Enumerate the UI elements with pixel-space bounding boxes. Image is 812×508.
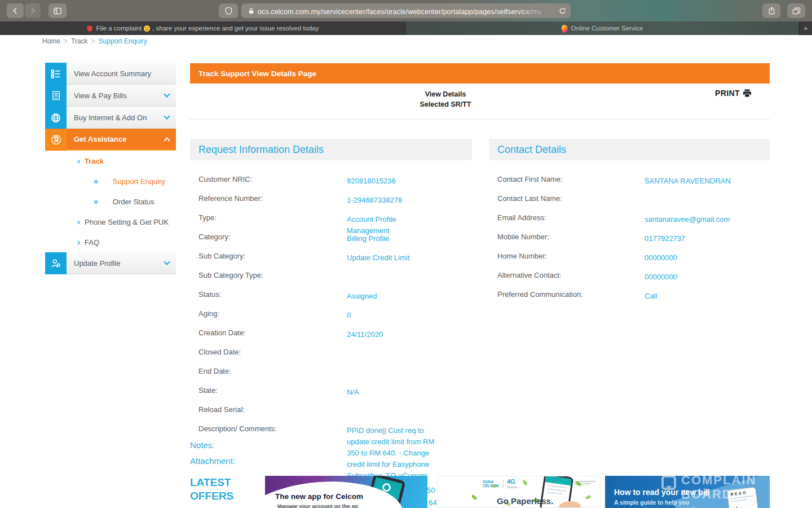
print-button[interactable]: PRINT: [715, 89, 752, 98]
breadcrumb-support-enquiry[interactable]: Support Enquiry: [99, 37, 147, 45]
contact-panel: Contact Details Contact First Name: SANT…: [489, 139, 770, 309]
field-label: Email Address:: [497, 213, 546, 222]
sidebar-item-view-pay-bills[interactable]: View & Pay Bills: [45, 85, 176, 107]
field-row: Aging: 0: [190, 309, 472, 329]
description-overflow-fragment: 64: [429, 498, 436, 507]
field-label: Mobile Number:: [497, 233, 549, 241]
field-row: Status: Assigned: [190, 290, 472, 309]
logo-divider: [503, 480, 504, 488]
field-label: Sub Category:: [198, 252, 245, 260]
banner-go-paperless[interactable]: GUNA CELCOM 4G Network Go Paperless.: [437, 476, 601, 508]
lock-icon: [248, 7, 254, 15]
field-label: Status:: [198, 290, 221, 299]
field-value: N/A: [347, 387, 462, 398]
breadcrumb-track[interactable]: Track: [71, 37, 88, 45]
sidebar-toggle-button[interactable]: [48, 3, 67, 18]
submenu-order-status[interactable]: » Order Status: [45, 191, 176, 212]
sidebar-item-view-account-summary[interactable]: View Account Summary: [45, 63, 176, 85]
field-row: Alternative Contact: 00000000: [489, 271, 770, 290]
user-gear-icon: [45, 252, 67, 274]
globe-icon: [45, 107, 67, 129]
field-label: Sub Category Type:: [198, 271, 263, 279]
share-icon: [767, 6, 776, 15]
field-label: State:: [198, 386, 218, 395]
field-label: Customer NRIC:: [198, 175, 252, 183]
field-label: Type:: [198, 213, 217, 222]
field-label: End Date:: [198, 367, 231, 375]
field-row: Creation Date: 24/11/2020: [190, 329, 472, 348]
chevron-right-icon: ›: [77, 219, 80, 225]
address-bar[interactable]: ocs.celcom.com.my/servicecenter/faces/or…: [241, 3, 571, 18]
field-value: santanaravee@gmail.com: [645, 214, 766, 225]
latest-offers: LATEST OFFERS Enjoy the deal: [190, 476, 242, 508]
view-details-line1: View Details: [361, 90, 530, 100]
new-tab-button[interactable]: +: [799, 21, 812, 34]
field-row: Contact Last Name:: [489, 194, 770, 213]
tab-label: Online Customer Service: [571, 25, 643, 32]
tabs-icon: [792, 7, 801, 15]
submenu-track[interactable]: › Track: [45, 151, 176, 171]
double-chevron-icon: »: [94, 178, 98, 184]
tab-label: File a complaint: [96, 25, 142, 32]
banner-subtitle: Manage your account on the go: [277, 503, 358, 508]
banner-title: Go Paperless.: [497, 496, 553, 506]
submenu-faq[interactable]: › FAQ: [45, 232, 176, 252]
breadcrumb-home[interactable]: Home: [42, 37, 60, 45]
submenu-phone-setting-get-puk[interactable]: › Phone Setting & Get PUK: [45, 212, 176, 232]
request-info-fields: Customer NRIC: 920818015236 Reference Nu…: [190, 160, 472, 424]
field-label: Reload Serial:: [198, 405, 245, 414]
red-shield-icon: [86, 25, 93, 32]
field-row: End Date:: [190, 367, 472, 386]
breadcrumb: Home > Track > Support Enquiry: [42, 37, 147, 45]
field-row: Sub Category: Update Credit Limit: [190, 252, 472, 271]
submenu-label: Track: [85, 157, 104, 165]
print-label: PRINT: [715, 89, 740, 98]
submenu-support-enquiry[interactable]: » Support Enquiry: [45, 171, 176, 191]
field-value: 24/11/2020: [347, 329, 462, 340]
field-label: Closed Date:: [198, 348, 241, 356]
4g-logo-sub: Network: [507, 484, 517, 490]
field-row: Mobile Number: 0177922737: [489, 233, 770, 252]
divider: [190, 119, 770, 120]
contact-fields: Contact First Name: SANTANA RAVEENDRAN C…: [489, 160, 770, 309]
sad-face-icon: [143, 25, 151, 32]
field-label: Category:: [198, 233, 230, 241]
double-chevron-icon: »: [94, 199, 98, 204]
breadcrumb-separator: >: [64, 37, 68, 45]
field-label: Aging:: [198, 309, 219, 318]
back-button[interactable]: [7, 3, 24, 18]
guna-logo-line1: GUNA: [483, 480, 498, 484]
submenu-label: Phone Setting & Get PUK: [85, 218, 169, 226]
bill-icon: [45, 85, 67, 107]
latest-offers-line2: OFFERS: [190, 489, 242, 503]
complainboard-logo-icon: [661, 476, 676, 490]
tab-complaint[interactable]: File a complaint , share your experience…: [0, 21, 405, 35]
sidebar-item-label: View & Pay Bills: [74, 91, 165, 100]
field-value: 1-294687338278: [347, 195, 462, 206]
tab-customer-service[interactable]: Online Customer Service: [405, 21, 799, 35]
forward-button[interactable]: [25, 3, 41, 18]
field-label: Preferred Communication:: [497, 290, 583, 299]
tabs-overview-button[interactable]: [787, 3, 805, 18]
field-label: Reference Number:: [198, 194, 262, 203]
banner-celcom-app[interactable]: 15.8 GB The new app for Celcom Manage yo…: [265, 476, 427, 508]
reload-button[interactable]: [559, 7, 566, 15]
field-row: Email Address: santanaravee@gmail.com: [489, 213, 770, 233]
panel-title: Request Information Details: [190, 139, 472, 160]
browser-toolbar: ocs.celcom.com.my/servicecenter/faces/or…: [0, 0, 812, 21]
field-label: Contact First Name:: [497, 175, 563, 183]
share-button[interactable]: [762, 3, 780, 18]
request-info-panel: Request Information Details Customer NRI…: [190, 139, 472, 472]
field-row: Reload Serial:: [190, 405, 472, 424]
banner-bill-guide[interactable]: RESO How to read your new bill A simple …: [605, 476, 770, 508]
breadcrumb-separator: >: [91, 37, 95, 45]
sidebar-item-update-profile[interactable]: Update Profile: [45, 252, 176, 274]
privacy-shield-button[interactable]: [219, 3, 238, 18]
field-value: PPID done|| Cust req to update credit li…: [347, 425, 462, 481]
sidebar-item-get-assistance[interactable]: Get Assistance: [45, 129, 176, 151]
sidebar-item-buy-internet[interactable]: Buy Internet & Add On: [45, 107, 176, 129]
field-value: 00000000: [645, 252, 766, 264]
chevron-down-icon: [164, 91, 170, 97]
banner-title: The new app for Celcom: [275, 492, 363, 501]
submenu-label: Order Status: [113, 198, 155, 206]
